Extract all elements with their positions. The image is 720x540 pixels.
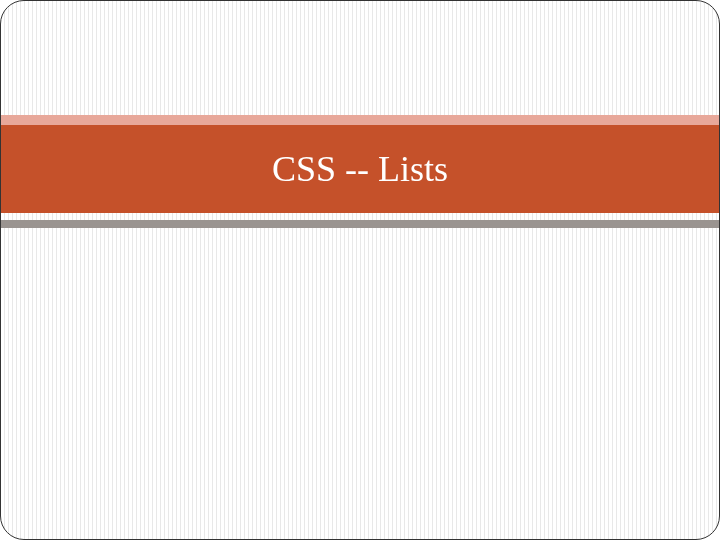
title-band: CSS -- Lists xyxy=(1,125,719,213)
slide-title: CSS -- Lists xyxy=(272,148,448,190)
slide-container: CSS -- Lists xyxy=(0,0,720,540)
accent-stripe-top xyxy=(1,115,719,125)
accent-stripe-bottom xyxy=(1,220,719,228)
title-band-wrapper: CSS -- Lists xyxy=(1,115,719,228)
